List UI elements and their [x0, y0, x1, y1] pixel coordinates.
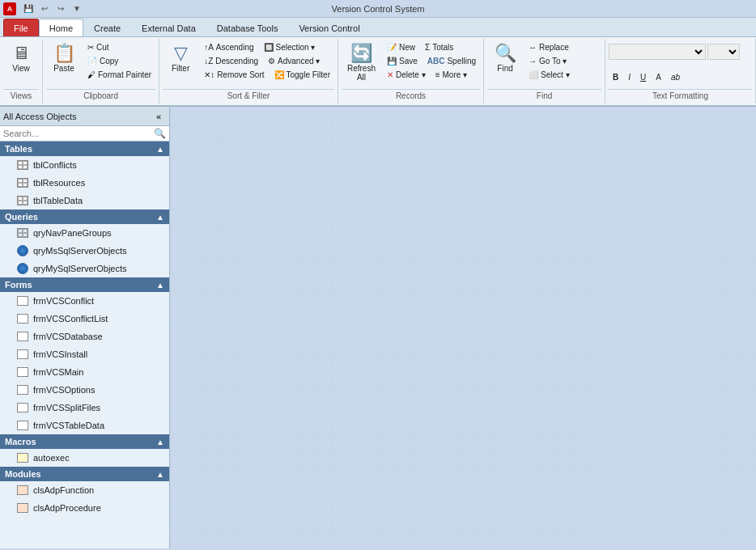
- nav-item-qryNavPaneGroups[interactable]: qryNavPaneGroups: [0, 224, 169, 242]
- advanced-button[interactable]: ⚙ Advanced ▾: [264, 54, 324, 68]
- find-button[interactable]: 🔍 Find: [487, 40, 523, 77]
- goto-button[interactable]: → Go To ▾: [525, 54, 574, 68]
- ascending-button[interactable]: ↑A Ascending: [200, 40, 257, 54]
- new-record-button[interactable]: 📝 New: [383, 40, 419, 54]
- replace-button[interactable]: ↔ Replace: [525, 40, 574, 54]
- selection-icon: 🔲: [264, 43, 274, 52]
- cut-icon: ✂: [87, 43, 94, 52]
- nav-pane-collapse-btn[interactable]: «: [151, 109, 166, 124]
- filter-button[interactable]: ▽ Filter: [163, 40, 198, 77]
- nav-section-macros[interactable]: Macros ▲: [0, 434, 169, 449]
- bold-button[interactable]: B: [609, 70, 622, 84]
- globe-icon-qryMsSql: [16, 244, 29, 257]
- quick-access-toolbar: 💾 ↩ ↪ ▼: [21, 2, 84, 15]
- nav-item-tblTableData[interactable]: tblTableData: [0, 192, 169, 209]
- tab-home[interactable]: Home: [39, 19, 83, 36]
- ascending-icon: ↑A: [204, 43, 214, 52]
- font-size-select[interactable]: [707, 44, 740, 60]
- tables-label: Tables: [5, 144, 32, 154]
- ribbon-tab-bar: File Home Create External Data Database …: [0, 18, 756, 37]
- tab-database-tools[interactable]: Database Tools: [206, 19, 289, 36]
- ribbon-group-sort-filter: ▽ Filter ↑A Ascending 🔲 Selection ▾: [159, 39, 338, 104]
- totals-icon: Σ: [425, 43, 430, 52]
- nav-item-clsAdpFunction[interactable]: clsAdpFunction: [0, 481, 169, 499]
- module-icon-clsAdpProcedure: [16, 501, 29, 514]
- nav-item-frmVCSOptions[interactable]: frmVCSOptions: [0, 381, 169, 399]
- nav-item-frmVCSConflictList[interactable]: frmVCSConflictList: [0, 310, 169, 328]
- table-icon-tblConflicts: [16, 159, 29, 171]
- descending-icon: ↓Z: [204, 57, 213, 66]
- nav-item-frmVCSInstall[interactable]: frmVCSInstall: [0, 345, 169, 363]
- nav-item-frmVCSDatabase[interactable]: frmVCSDatabase: [0, 328, 169, 345]
- remove-sort-button[interactable]: ✕↕ Remove Sort: [200, 68, 268, 82]
- table-icon-tblTableData: [16, 194, 29, 207]
- totals-button[interactable]: Σ Totals: [421, 40, 457, 54]
- nav-item-qryMySqlServerObjects[interactable]: qryMySqlServerObjects: [0, 260, 169, 277]
- view-label: View: [12, 64, 30, 73]
- main-area: All Access Objects « 🔍 Tables ▲ tblConfl…: [0, 107, 756, 548]
- tab-file[interactable]: File: [3, 19, 39, 36]
- copy-button[interactable]: 📄 Copy: [83, 54, 155, 68]
- refresh-all-button[interactable]: 🔄 RefreshAll: [342, 40, 381, 86]
- tblResources-label: tblResources: [33, 178, 85, 188]
- nav-item-frmVCSConflict[interactable]: frmVCSConflict: [0, 292, 169, 310]
- format-painter-button[interactable]: 🖌 Format Painter: [83, 68, 155, 82]
- find-label: Find: [497, 64, 512, 73]
- nav-item-frmVCSTableData[interactable]: frmVCSTableData: [0, 417, 169, 434]
- module-icon-clsAdpFunction: [16, 484, 29, 497]
- tab-version-control[interactable]: Version Control: [288, 19, 370, 36]
- modules-label: Modules: [5, 469, 41, 479]
- nav-item-tblResources[interactable]: tblResources: [0, 174, 169, 192]
- underline-button[interactable]: U: [636, 70, 650, 84]
- tab-external-data[interactable]: External Data: [131, 19, 206, 36]
- save-record-button[interactable]: 💾 Save: [383, 54, 422, 68]
- font-color-button[interactable]: A: [652, 70, 665, 84]
- save-quick-btn[interactable]: 💾: [21, 2, 36, 15]
- window-title: Version Control System: [332, 4, 425, 14]
- ribbon-group-views: 🖥 View Views: [0, 39, 43, 104]
- delete-button[interactable]: ✕ Delete ▾: [383, 68, 430, 82]
- paste-button[interactable]: 📋 Paste: [46, 40, 82, 77]
- cut-button[interactable]: ✂ Cut: [83, 40, 155, 54]
- paste-icon: 📋: [53, 44, 75, 62]
- paste-label: Paste: [53, 64, 74, 73]
- nav-section-forms[interactable]: Forms ▲: [0, 277, 169, 292]
- tab-create[interactable]: Create: [83, 19, 131, 36]
- view-button[interactable]: 🖥 View: [3, 40, 39, 77]
- nav-item-clsAdpProcedure[interactable]: clsAdpProcedure: [0, 499, 169, 517]
- text-formatting-group-label: Text Formatting: [609, 89, 752, 102]
- nav-section-modules[interactable]: Modules ▲: [0, 467, 169, 481]
- undo-quick-btn[interactable]: ↩: [37, 2, 52, 15]
- descending-button[interactable]: ↓Z Descending: [200, 54, 262, 68]
- nav-list: Tables ▲ tblConflicts tblResources tblT: [0, 142, 169, 548]
- more-button[interactable]: ≡ More ▾: [431, 68, 471, 82]
- more-icon: ≡: [435, 70, 440, 79]
- tblTableData-label: tblTableData: [33, 196, 83, 205]
- search-icon: 🔍: [154, 128, 166, 139]
- italic-button[interactable]: I: [624, 70, 635, 84]
- toggle-filter-button[interactable]: 🔀 Toggle Filter: [270, 68, 334, 82]
- nav-section-tables[interactable]: Tables ▲: [0, 142, 169, 156]
- highlight-button[interactable]: ab: [667, 70, 684, 84]
- select-button[interactable]: ⬜ Select ▾: [525, 68, 574, 82]
- nav-pane: All Access Objects « 🔍 Tables ▲ tblConfl…: [0, 107, 170, 548]
- font-family-select[interactable]: [609, 44, 706, 60]
- queries-chevron: ▲: [156, 213, 164, 222]
- spelling-button[interactable]: ABC Spelling: [423, 54, 480, 68]
- nav-item-frmVCSMain[interactable]: frmVCSMain: [0, 363, 169, 381]
- nav-item-qryMsSqlServerObjects[interactable]: qryMsSqlServerObjects: [0, 242, 169, 260]
- search-input[interactable]: [3, 129, 154, 138]
- selection-button[interactable]: 🔲 Selection ▾: [260, 40, 320, 54]
- customize-quick-btn[interactable]: ▼: [70, 2, 84, 15]
- nav-section-queries[interactable]: Queries ▲: [0, 209, 169, 224]
- nav-item-tblConflicts[interactable]: tblConflicts: [0, 156, 169, 174]
- form-icon-frmVCSConflictList: [16, 312, 29, 325]
- redo-quick-btn[interactable]: ↪: [53, 2, 68, 15]
- query-icon-qryNavPaneGroups: [16, 226, 29, 239]
- tblConflicts-label: tblConflicts: [33, 160, 77, 170]
- queries-label: Queries: [5, 212, 38, 222]
- spelling-icon: ABC: [427, 57, 445, 66]
- nav-item-autoexec[interactable]: autoexec: [0, 449, 169, 467]
- nav-item-frmVCSSplitFiles[interactable]: frmVCSSplitFiles: [0, 399, 169, 417]
- refresh-icon: 🔄: [350, 44, 372, 62]
